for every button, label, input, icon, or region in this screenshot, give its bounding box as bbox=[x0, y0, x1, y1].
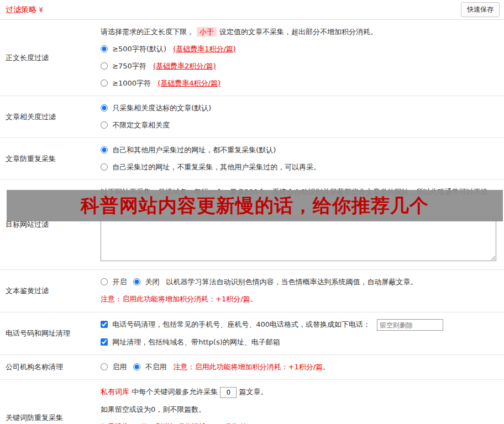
row-dedup-filter: 文章防重复采集 自己和其他用户采集过的网址，都不重复采集(默认) 自己采集过的网… bbox=[0, 138, 504, 180]
page-title-text: 过滤策略 bbox=[6, 5, 36, 15]
radio-dedup-self[interactable]: 自己采集过的网址，不重复采集，其他用户采集过的，可以再采。 bbox=[101, 163, 321, 171]
keyword-dedup-content: 私有词库 中每个关键词最多允许采集 篇文章。 如果留空或设为0，则不限篇数。 如… bbox=[98, 380, 504, 424]
fee-note-750: (基础费率2积分/篇) bbox=[153, 62, 216, 70]
company-clean-line: 启用 不启用 注意：启用此功能将增加积分消耗：+1积分/篇。 bbox=[101, 362, 498, 373]
row-company-clean: 公司机构名称清理 启用 不启用 注意：启用此功能将增加积分消耗：+1积分/篇。 bbox=[0, 355, 504, 380]
relevance-label: 文章相关度过滤 bbox=[0, 96, 98, 137]
radio-length-500-label: ≥500字符(默认) bbox=[112, 45, 169, 53]
radio-porn-on-label: 开启 bbox=[112, 278, 127, 286]
phone-url-label: 电话号码和网址清理 bbox=[0, 312, 98, 354]
fee-note-1000: (基础费率4积分/篇) bbox=[158, 79, 221, 87]
company-clean-warning: 注意：启用此功能将增加积分消耗：+1积分/篇。 bbox=[174, 363, 330, 371]
relevance-content: 只采集相关度达标的文章(默认) 不限定文章相关度 bbox=[98, 96, 504, 137]
radio-porn-off[interactable]: 关闭 bbox=[133, 278, 161, 286]
promo-overlay-text: 科普网站内容更新慢的话，给你推荐几个 bbox=[81, 193, 429, 219]
length-option-750-line: ≥750字符 (基础费率2积分/篇) bbox=[101, 61, 498, 72]
phone-clean-line: 电话号码清理，包括常见的手机号、座机号、400电话格式，或替换成如下电话： bbox=[101, 319, 498, 331]
dedup-content: 自己和其他用户采集过的网址，都不重复采集(默认) 自己采集过的网址，不重复采集，… bbox=[98, 138, 504, 179]
page-title[interactable]: 过滤策略 ≫ bbox=[6, 5, 44, 15]
relevance-option-strict-line: 只采集相关度达标的文章(默认) bbox=[101, 103, 498, 114]
radio-relevance-strict-input[interactable] bbox=[101, 104, 108, 112]
radio-length-500-input[interactable] bbox=[101, 45, 108, 52]
row-body-length-filter: 正文长度过滤 请选择需求的正文长度下限，小于设定值的文章不采集，超出部分不增加积… bbox=[0, 20, 504, 96]
fee-note-500: (基础费率1积分/篇) bbox=[173, 45, 236, 53]
checkbox-phone-clean-label: 电话号码清理，包括常见的手机号、座机号、400电话格式，或替换成如下电话： bbox=[112, 320, 370, 328]
quick-save-button[interactable]: 快速保存 bbox=[461, 2, 500, 17]
row-relevance-filter: 文章相关度过滤 只采集相关度达标的文章(默认) 不限定文章相关度 bbox=[0, 96, 504, 138]
company-clean-content: 启用 不启用 注意：启用此功能将增加积分消耗：+1积分/篇。 bbox=[98, 355, 504, 379]
checkbox-phone-clean-input[interactable] bbox=[101, 321, 108, 328]
radio-length-750[interactable]: ≥750字符 bbox=[101, 62, 149, 70]
blocked-sites-textarea[interactable] bbox=[101, 217, 496, 261]
intro-pre: 请选择需求的正文长度下限， bbox=[101, 28, 194, 36]
dedup-option-global-line: 自己和其他用户采集过的网址，都不重复采集(默认) bbox=[101, 145, 498, 156]
body-length-intro: 请选择需求的正文长度下限，小于设定值的文章不采集，超出部分不增加积分消耗。 bbox=[101, 26, 498, 38]
phone-replacement-input[interactable] bbox=[377, 319, 443, 331]
body-length-label: 正文长度过滤 bbox=[0, 20, 98, 96]
radio-company-on[interactable]: 启用 bbox=[101, 363, 129, 371]
keyword-dedup-label: 关键词防重复采集 bbox=[0, 380, 98, 424]
radio-length-750-label: ≥750字符 bbox=[112, 62, 149, 70]
radio-company-on-label: 启用 bbox=[112, 363, 127, 371]
row-keyword-dedup: 关键词防重复采集 私有词库 中每个关键词最多允许采集 篇文章。 如果留空或设为0… bbox=[0, 380, 504, 424]
row-porn-filter: 文本鉴黄过滤 开启 关闭 以机器学习算法自动识别色情内容，当色情概率达到系统阈值… bbox=[0, 270, 504, 312]
radio-relevance-strict-label: 只采集相关度达标的文章(默认) bbox=[112, 104, 211, 112]
radio-company-off-input[interactable] bbox=[133, 363, 140, 370]
checkbox-phone-clean[interactable]: 电话号码清理，包括常见的手机号、座机号、400电话格式，或替换成如下电话： bbox=[101, 320, 372, 328]
radio-company-on-input[interactable] bbox=[101, 363, 108, 370]
radio-length-1000[interactable]: ≥1000字符 bbox=[101, 79, 153, 87]
radio-relevance-strict[interactable]: 只采集相关度达标的文章(默认) bbox=[101, 104, 211, 112]
radio-dedup-self-input[interactable] bbox=[101, 163, 108, 171]
dedup-label: 文章防重复采集 bbox=[0, 138, 98, 179]
row-phone-url-clean: 电话号码和网址清理 电话号码清理，包括常见的手机号、座机号、400电话格式，或替… bbox=[0, 312, 504, 355]
radio-length-500[interactable]: ≥500字符(默认) bbox=[101, 45, 169, 53]
keyword-note-fee: 如果设为1-4篇，则增加积分消耗：+2积分/篇。 bbox=[101, 421, 498, 424]
porn-filter-content: 开启 关闭 以机器学习算法自动识别色情内容，当色情概率达到系统阈值，自动屏蔽文章… bbox=[98, 270, 504, 312]
company-clean-label: 公司机构名称清理 bbox=[0, 355, 98, 379]
radio-company-off[interactable]: 不启用 bbox=[133, 363, 169, 371]
radio-relevance-any-input[interactable] bbox=[101, 121, 108, 129]
url-clean-line: 网址清理，包括纯域名、带http(s)的网址、电子邮箱 bbox=[101, 337, 498, 348]
dedup-option-self-line: 自己采集过的网址，不重复采集，其他用户采集过的，可以再采。 bbox=[101, 162, 498, 173]
relevance-option-any-line: 不限定文章相关度 bbox=[101, 120, 498, 131]
radio-relevance-any[interactable]: 不限定文章相关度 bbox=[101, 121, 170, 129]
phone-url-content: 电话号码清理，包括常见的手机号、座机号、400电话格式，或替换成如下电话： 网址… bbox=[98, 312, 504, 354]
chevron-down-icon: ≫ bbox=[38, 7, 44, 12]
page-header: 过滤策略 ≫ 快速保存 bbox=[0, 0, 504, 20]
radio-dedup-self-label: 自己采集过的网址，不重复采集，其他用户采集过的，可以再采。 bbox=[112, 163, 321, 171]
keyword-limit-post: 篇文章。 bbox=[237, 388, 267, 396]
porn-filter-options-line: 开启 关闭 以机器学习算法自动识别色情内容，当色情概率达到系统阈值，自动屏蔽文章… bbox=[101, 277, 498, 288]
porn-filter-warning: 注意：启用此功能将增加积分消耗：+1积分/篇。 bbox=[101, 294, 498, 305]
private-dictionary-link[interactable]: 私有词库 bbox=[101, 388, 129, 396]
radio-porn-off-label: 关闭 bbox=[145, 278, 159, 286]
filter-strategy-page: 过滤策略 ≫ 快速保存 正文长度过滤 请选择需求的正文长度下限，小于设定值的文章… bbox=[0, 0, 504, 424]
radio-dedup-global-label: 自己和其他用户采集过的网址，都不重复采集(默认) bbox=[112, 146, 276, 154]
radio-porn-on[interactable]: 开启 bbox=[101, 278, 129, 286]
radio-length-1000-label: ≥1000字符 bbox=[112, 79, 153, 87]
radio-porn-off-input[interactable] bbox=[133, 278, 140, 285]
keyword-note-zero: 如果留空或设为0，则不限篇数。 bbox=[101, 404, 498, 415]
keyword-limit-line: 私有词库 中每个关键词最多允许采集 篇文章。 bbox=[101, 386, 498, 398]
radio-dedup-global-input[interactable] bbox=[101, 146, 108, 153]
radio-length-750-input[interactable] bbox=[101, 62, 108, 70]
radio-company-off-label: 不启用 bbox=[145, 363, 166, 371]
porn-filter-desc: 以机器学习算法自动识别色情内容，当色情概率达到系统阈值，自动屏蔽文章。 bbox=[166, 278, 418, 286]
body-length-content: 请选择需求的正文长度下限，小于设定值的文章不采集，超出部分不增加积分消耗。 ≥5… bbox=[98, 20, 504, 96]
checkbox-url-clean[interactable]: 网址清理，包括纯域名、带http(s)的网址、电子邮箱 bbox=[101, 338, 280, 346]
checkbox-url-clean-input[interactable] bbox=[101, 338, 108, 346]
length-option-1000-line: ≥1000字符 (基础费率4积分/篇) bbox=[101, 78, 498, 89]
radio-porn-on-input[interactable] bbox=[101, 278, 108, 285]
radio-length-1000-input[interactable] bbox=[101, 80, 108, 87]
promo-overlay: 科普网站内容更新慢的话，给你推荐几个 bbox=[7, 190, 503, 221]
porn-filter-label: 文本鉴黄过滤 bbox=[0, 270, 98, 312]
length-option-500-line: ≥500字符(默认) (基础费率1积分/篇) bbox=[101, 44, 498, 55]
intro-highlight: 小于 bbox=[197, 27, 217, 36]
keyword-limit-input[interactable] bbox=[220, 387, 237, 398]
radio-relevance-any-label: 不限定文章相关度 bbox=[112, 121, 170, 129]
radio-dedup-global[interactable]: 自己和其他用户采集过的网址，都不重复采集(默认) bbox=[101, 146, 276, 154]
keyword-limit-mid: 中每个关键词最多允许采集 bbox=[129, 388, 220, 396]
checkbox-url-clean-label: 网址清理，包括纯域名、带http(s)的网址、电子邮箱 bbox=[112, 338, 280, 346]
intro-post: 设定值的文章不采集，超出部分不增加积分消耗。 bbox=[219, 28, 377, 36]
